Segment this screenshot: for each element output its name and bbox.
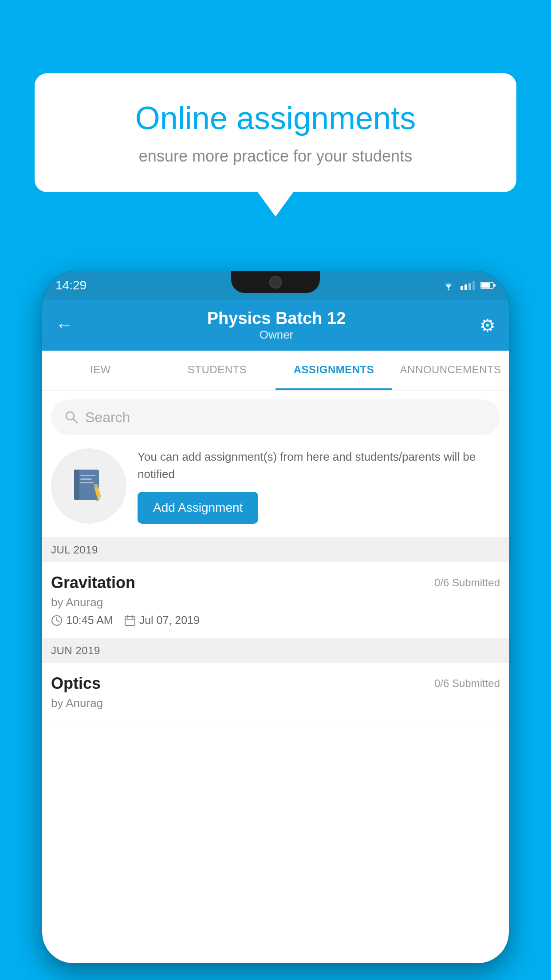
promo-content: You can add assignment(s) from here and … <box>138 448 500 524</box>
tab-iew[interactable]: IEW <box>42 351 159 390</box>
tab-students[interactable]: STUDENTS <box>159 351 276 390</box>
assignment-meta: 10:45 AM Jul 07, 2019 <box>51 614 500 627</box>
svg-rect-17 <box>125 616 135 625</box>
optics-top-row: Optics 0/6 Submitted <box>51 674 500 693</box>
promo-block: You can add assignment(s) from here and … <box>42 435 509 537</box>
speech-bubble-container: Online assignments ensure more practice … <box>35 73 516 217</box>
svg-point-0 <box>448 288 449 290</box>
svg-rect-10 <box>80 482 94 483</box>
optics-author: by Anurag <box>51 696 500 710</box>
svg-rect-2 <box>481 283 490 288</box>
assignment-author: by Anurag <box>51 596 500 609</box>
phone-container: 14:29 <box>42 271 509 980</box>
section-header-jun: JUN 2019 <box>42 638 509 663</box>
phone-notch <box>231 271 320 293</box>
assignment-item-gravitation[interactable]: Gravitation 0/6 Submitted by Anurag 10:4… <box>42 562 509 638</box>
calendar-icon <box>124 615 136 626</box>
svg-rect-9 <box>80 478 92 480</box>
phone-screen: Search <box>42 391 509 963</box>
notebook-icon <box>69 466 109 506</box>
app-header: ← Physics Batch 12 Owner ⚙ <box>42 300 509 351</box>
status-icons <box>442 280 496 291</box>
assignment-date: Jul 07, 2019 <box>124 614 200 627</box>
tabs-bar: IEW STUDENTS ASSIGNMENTS ANNOUNCEMENTS <box>42 351 509 391</box>
back-button[interactable]: ← <box>55 315 73 335</box>
speech-bubble: Online assignments ensure more practice … <box>35 73 516 192</box>
assignment-top-row: Gravitation 0/6 Submitted <box>51 573 500 592</box>
promo-icon-circle <box>51 448 126 524</box>
search-placeholder: Search <box>85 409 130 426</box>
batch-subtitle: Owner <box>207 328 346 342</box>
batch-title: Physics Batch 12 <box>207 309 346 328</box>
optics-submitted: 0/6 Submitted <box>434 677 500 690</box>
clock-icon <box>51 615 63 626</box>
wifi-icon <box>442 280 455 291</box>
svg-rect-8 <box>80 475 95 476</box>
signal-bars <box>460 281 475 290</box>
svg-rect-7 <box>74 470 79 500</box>
svg-rect-3 <box>494 284 496 287</box>
promo-text: You can add assignment(s) from here and … <box>138 448 500 483</box>
battery-icon <box>480 281 496 290</box>
phone-camera <box>269 276 282 288</box>
speech-bubble-tail <box>258 192 293 217</box>
optics-name: Optics <box>51 674 101 693</box>
svg-line-5 <box>73 419 77 423</box>
tab-announcements[interactable]: ANNOUNCEMENTS <box>392 351 509 390</box>
status-time: 14:29 <box>55 278 87 292</box>
search-bar[interactable]: Search <box>51 399 500 435</box>
header-title-group: Physics Batch 12 Owner <box>207 309 346 342</box>
assignment-time: 10:45 AM <box>51 614 113 627</box>
speech-bubble-title: Online assignments <box>66 100 485 136</box>
add-assignment-button[interactable]: Add Assignment <box>138 492 258 524</box>
speech-bubble-subtitle: ensure more practice for your students <box>66 147 485 166</box>
settings-icon[interactable]: ⚙ <box>480 315 496 336</box>
svg-line-16 <box>57 620 59 622</box>
tab-assignments[interactable]: ASSIGNMENTS <box>276 351 392 390</box>
section-header-jul: JUL 2019 <box>42 537 509 562</box>
assignment-name: Gravitation <box>51 573 135 592</box>
search-icon <box>64 410 79 424</box>
assignment-submitted: 0/6 Submitted <box>434 577 500 589</box>
assignment-item-optics[interactable]: Optics 0/6 Submitted by Anurag <box>42 663 509 726</box>
phone-frame: 14:29 <box>42 271 509 963</box>
